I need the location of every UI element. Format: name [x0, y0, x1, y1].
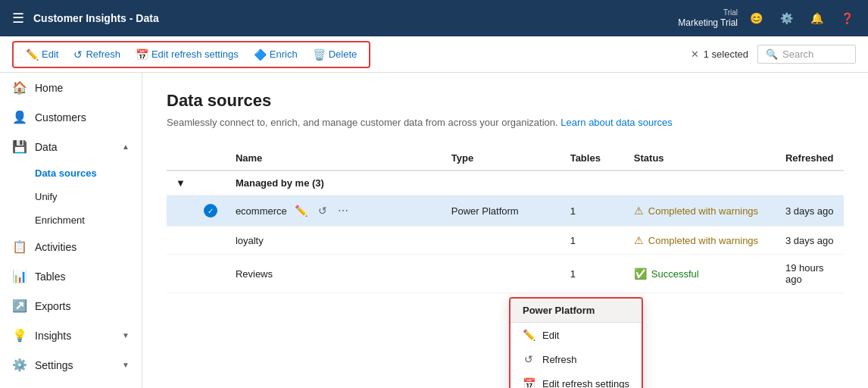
help-icon[interactable]: ❓ — [835, 6, 859, 30]
sidebar-item-data-sources[interactable]: Data sources — [35, 161, 142, 185]
row-name-ecommerce: ecommerce — [236, 205, 287, 217]
sidebar-item-enrichment[interactable]: Enrichment — [35, 208, 142, 232]
row-type-loyalty — [442, 227, 561, 255]
data-sources-table: Name Type Tables Status Refreshed ▼ Mana… — [167, 146, 844, 293]
group-chevron-down-icon[interactable]: ▼ — [176, 177, 186, 189]
row-refresh-button[interactable]: ↺ — [315, 203, 330, 218]
row-status-loyalty: ⚠ Completed with warnings — [634, 234, 767, 246]
toolbar: ✏️ Edit ↺ Refresh 📅 Edit refresh setting… — [0, 36, 868, 73]
selected-badge: ✕ 1 selected — [691, 48, 748, 60]
sidebar-item-home[interactable]: 🏠 Home — [0, 73, 142, 102]
sidebar-item-unify[interactable]: Unify — [35, 185, 142, 208]
sidebar-item-activities[interactable]: 📋 Activities — [0, 232, 142, 261]
row-type-ecommerce: Power Platform — [442, 196, 561, 227]
row-refreshed-loyalty: 3 days ago — [776, 227, 844, 255]
success-icon-reviews: ✅ — [634, 268, 647, 280]
toolbar-actions: ✏️ Edit ↺ Refresh 📅 Edit refresh setting… — [12, 41, 370, 68]
table-row[interactable]: Reviews 1 ✅ Successful 19 hours ago — [167, 255, 844, 293]
row-name-reviews: Reviews — [226, 255, 442, 293]
edit-refresh-settings-button[interactable]: 📅 Edit refresh settings — [130, 45, 245, 64]
context-refresh-icon: ↺ — [523, 353, 535, 365]
calendar-icon: 📅 — [136, 48, 148, 61]
warning-icon: ⚠ — [634, 205, 644, 217]
sidebar-item-customers[interactable]: 👤 Customers — [0, 102, 142, 132]
row-tables-reviews: 1 — [561, 255, 625, 293]
warning-icon-loyalty: ⚠ — [634, 234, 644, 246]
top-bar: ☰ Customer Insights - Data Trial Marketi… — [0, 0, 868, 36]
activities-icon: 📋 — [12, 239, 27, 254]
hamburger-icon[interactable]: ☰ — [9, 7, 27, 30]
edit-icon: ✏️ — [26, 48, 39, 61]
group-row: ▼ Managed by me (3) — [167, 171, 844, 196]
sidebar-item-insights[interactable]: 💡 Insights ▼ — [0, 321, 142, 350]
refresh-button[interactable]: ↺ Refresh — [67, 45, 126, 64]
toolbar-right: ✕ 1 selected 🔍 Search — [691, 45, 856, 64]
col-expand — [167, 146, 195, 171]
row-checkbox[interactable]: ✓ — [204, 204, 217, 217]
tables-icon: 📊 — [12, 269, 27, 283]
chevron-up-icon: ▲ — [122, 142, 130, 151]
sidebar-item-data[interactable]: 💾 Data ▲ — [0, 132, 142, 161]
context-calendar-icon: 📅 — [523, 377, 535, 388]
app-title: Customer Insights - Data — [33, 12, 159, 24]
col-header-type: Type — [442, 146, 561, 171]
table-row[interactable]: loyalty 1 ⚠ Completed with warnings 3 da… — [167, 227, 844, 255]
settings-icon[interactable]: ⚙️ — [774, 6, 798, 30]
group-label: Managed by me (3) — [226, 171, 844, 196]
sidebar: 🏠 Home 👤 Customers 💾 Data ▲ Data sources… — [0, 73, 142, 388]
settings-nav-icon: ⚙️ — [12, 358, 27, 372]
row-refreshed-ecommerce: 3 days ago — [776, 196, 844, 227]
col-header-tables: Tables — [561, 146, 625, 171]
delete-icon: 🗑️ — [313, 48, 326, 61]
row-name-loyalty: loyalty — [226, 227, 442, 255]
context-menu-edit[interactable]: ✏️ Edit — [510, 323, 642, 347]
enrich-icon: 🔷 — [254, 48, 267, 61]
page-description: Seamlessly connect to, enrich, and manag… — [167, 117, 844, 128]
col-header-status: Status — [625, 146, 776, 171]
sidebar-data-submenu: Data sources Unify Enrichment — [0, 161, 142, 232]
row-refreshed-reviews: 19 hours ago — [776, 255, 844, 293]
context-menu-refresh[interactable]: ↺ Refresh — [510, 347, 642, 371]
context-menu: Power Platform ✏️ Edit ↺ Refresh 📅 Edit … — [509, 297, 643, 388]
sidebar-item-tables[interactable]: 📊 Tables — [0, 261, 142, 291]
col-header-name: Name — [226, 146, 442, 171]
row-more-button[interactable]: ⋯ — [335, 203, 351, 218]
clear-selection-button[interactable]: ✕ — [691, 48, 699, 60]
notifications-icon[interactable]: 🔔 — [804, 6, 829, 30]
table-row[interactable]: ✓ ecommerce ✏️ ↺ ⋯ Power Platform 1 — [167, 196, 844, 227]
main-layout: 🏠 Home 👤 Customers 💾 Data ▲ Data sources… — [0, 73, 868, 388]
edit-button[interactable]: ✏️ Edit — [20, 45, 64, 64]
home-icon: 🏠 — [12, 80, 27, 95]
chevron-down-icon: ▼ — [122, 331, 130, 340]
delete-button[interactable]: 🗑️ Delete — [307, 45, 364, 64]
exports-icon: ↗️ — [12, 299, 27, 313]
row-tables-ecommerce: 1 — [561, 196, 625, 227]
enrich-button[interactable]: 🔷 Enrich — [248, 45, 304, 64]
data-icon: 💾 — [12, 139, 27, 154]
chevron-down-settings-icon: ▼ — [122, 361, 130, 369]
customers-icon: 👤 — [12, 110, 27, 124]
row-tables-loyalty: 1 — [561, 227, 625, 255]
row-name-cell: ecommerce ✏️ ↺ ⋯ — [236, 203, 433, 218]
col-header-refreshed: Refreshed — [776, 146, 844, 171]
row-edit-button[interactable]: ✏️ — [292, 203, 311, 218]
search-icon: 🔍 — [766, 48, 778, 60]
row-type-reviews — [442, 255, 561, 293]
sidebar-item-exports[interactable]: ↗️ Exports — [0, 291, 142, 321]
content-area: Data sources Seamlessly connect to, enri… — [142, 73, 868, 388]
context-menu-edit-refresh-settings[interactable]: 📅 Edit refresh settings — [510, 371, 642, 388]
col-check — [195, 146, 226, 171]
learn-more-link[interactable]: Learn about data sources — [560, 117, 672, 128]
refresh-icon: ↺ — [73, 48, 83, 61]
context-edit-icon: ✏️ — [523, 329, 535, 341]
insights-icon: 💡 — [12, 328, 27, 343]
row-status-ecommerce: ⚠ Completed with warnings — [634, 205, 767, 217]
account-icon[interactable]: 😊 — [744, 6, 768, 30]
trial-info: Trial Marketing Trial — [678, 8, 738, 30]
search-box[interactable]: 🔍 Search — [757, 45, 856, 64]
sidebar-item-settings[interactable]: ⚙️ Settings ▼ — [0, 350, 142, 380]
page-title: Data sources — [167, 91, 844, 111]
row-status-reviews: ✅ Successful — [634, 268, 767, 280]
context-menu-header: Power Platform — [510, 299, 642, 323]
